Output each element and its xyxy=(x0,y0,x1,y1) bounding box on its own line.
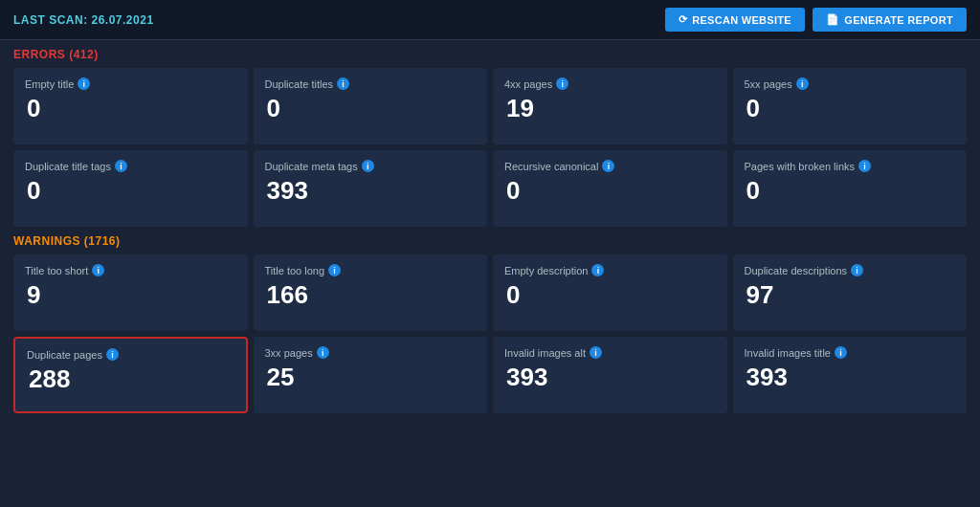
card-value: 97 xyxy=(745,282,774,307)
card-value: 0 xyxy=(265,96,280,121)
warnings-cards-grid: Title too shorti9Title too longi166Empty… xyxy=(13,254,967,413)
metric-card[interactable]: Empty titlei0 xyxy=(13,68,248,144)
info-icon[interactable]: i xyxy=(556,77,568,90)
info-icon[interactable]: i xyxy=(851,264,863,276)
metric-card[interactable]: Empty descriptioni0 xyxy=(493,254,727,331)
info-icon[interactable]: i xyxy=(106,348,119,361)
card-label: Duplicate meta tagsi xyxy=(265,160,374,172)
card-label: Invalid images titlei xyxy=(745,346,848,359)
card-label: 4xx pagesi xyxy=(504,77,568,90)
last-scan-label: LAST SCAN: 26.07.2021 xyxy=(13,13,154,27)
info-icon[interactable]: i xyxy=(362,160,374,172)
card-value: 0 xyxy=(25,178,40,203)
card-label: 3xx pagesi xyxy=(265,346,329,359)
info-icon[interactable]: i xyxy=(337,77,349,90)
info-icon[interactable]: i xyxy=(328,264,341,276)
info-icon[interactable]: i xyxy=(92,264,104,276)
card-label: Duplicate descriptionsi xyxy=(745,264,864,276)
generate-report-button[interactable]: 📄 GENERATE REPORT xyxy=(813,8,967,32)
metric-card[interactable]: Duplicate descriptionsi97 xyxy=(733,254,968,331)
rescan-button[interactable]: ⟳ RESCAN WEBSITE xyxy=(665,8,805,32)
report-icon: 📄 xyxy=(826,13,839,26)
card-value: 166 xyxy=(265,282,308,307)
metric-card[interactable]: 5xx pagesi0 xyxy=(733,68,968,144)
card-label: Duplicate pagesi xyxy=(27,348,119,361)
warnings-section-title: WARNINGS (1716) xyxy=(13,234,967,248)
header: LAST SCAN: 26.07.2021 ⟳ RESCAN WEBSITE 📄… xyxy=(0,0,980,40)
info-icon[interactable]: i xyxy=(602,160,614,172)
card-value: 9 xyxy=(25,282,40,307)
metric-card[interactable]: Invalid images alti393 xyxy=(493,337,727,413)
card-label: Title too shorti xyxy=(25,264,104,276)
card-label: Duplicate titlesi xyxy=(265,77,350,90)
refresh-icon: ⟳ xyxy=(679,13,687,26)
card-value: 393 xyxy=(265,178,308,203)
metric-card[interactable]: Invalid images titlei393 xyxy=(733,337,968,413)
info-icon[interactable]: i xyxy=(835,346,847,359)
card-label: Title too longi xyxy=(265,264,342,276)
card-label: Pages with broken linksi xyxy=(745,160,872,172)
card-label: Recursive canonicali xyxy=(504,160,614,172)
metric-card[interactable]: Title too longi166 xyxy=(254,254,488,331)
info-icon[interactable]: i xyxy=(317,346,329,359)
metric-card[interactable]: 4xx pagesi19 xyxy=(493,68,727,144)
metric-card[interactable]: Duplicate pagesi288 xyxy=(13,337,248,413)
metric-card[interactable]: Duplicate title tagsi0 xyxy=(13,150,248,227)
metric-card[interactable]: Title too shorti9 xyxy=(13,254,248,331)
metric-card[interactable]: 3xx pagesi25 xyxy=(254,337,488,413)
card-label: Empty descriptioni xyxy=(504,264,604,276)
card-value: 25 xyxy=(265,364,295,389)
header-buttons: ⟳ RESCAN WEBSITE 📄 GENERATE REPORT xyxy=(665,8,967,32)
card-value: 0 xyxy=(745,178,760,203)
info-icon[interactable]: i xyxy=(591,264,604,276)
info-icon[interactable]: i xyxy=(115,160,127,172)
card-value: 19 xyxy=(504,96,534,121)
card-value: 0 xyxy=(25,96,40,121)
card-label: Empty titlei xyxy=(25,77,90,90)
card-value: 393 xyxy=(745,364,788,389)
card-value: 288 xyxy=(27,366,70,391)
card-value: 393 xyxy=(504,364,547,389)
card-label: Duplicate title tagsi xyxy=(25,160,127,172)
card-label: Invalid images alti xyxy=(504,346,602,359)
info-icon[interactable]: i xyxy=(590,346,602,359)
errors-cards-grid: Empty titlei0Duplicate titlesi04xx pages… xyxy=(13,68,967,227)
info-icon[interactable]: i xyxy=(78,77,90,90)
content: ERRORS (412) Empty titlei0Duplicate titl… xyxy=(0,40,980,429)
metric-card[interactable]: Duplicate titlesi0 xyxy=(254,68,488,144)
card-label: 5xx pagesi xyxy=(745,77,809,90)
errors-section-title: ERRORS (412) xyxy=(13,48,967,61)
metric-card[interactable]: Recursive canonicali0 xyxy=(493,150,727,227)
card-value: 0 xyxy=(504,282,520,307)
info-icon[interactable]: i xyxy=(796,77,809,90)
metric-card[interactable]: Duplicate meta tagsi393 xyxy=(254,150,488,227)
card-value: 0 xyxy=(745,96,760,121)
metric-card[interactable]: Pages with broken linksi0 xyxy=(733,150,968,227)
info-icon[interactable]: i xyxy=(858,160,871,172)
card-value: 0 xyxy=(504,178,520,203)
